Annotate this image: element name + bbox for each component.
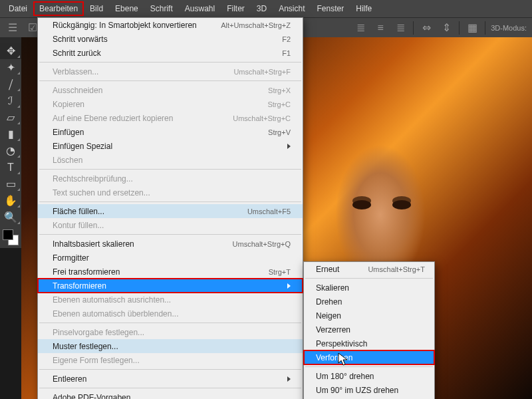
menu-item-filter[interactable]: Filter [221,1,251,16]
menu-item-3d[interactable]: 3D [251,1,273,16]
home-icon[interactable]: ☰ [5,21,20,35]
separator [413,21,414,35]
chevron-right-icon [287,376,291,382]
menu-item-bild[interactable]: Bild [84,1,109,16]
submenu-item-verzerren[interactable]: Verzerren [304,323,434,336]
gradient-tool[interactable]: ▮ [0,126,21,142]
menu-item-muster-festlegen[interactable]: Muster festlegen... [38,339,303,353]
grid-icon[interactable]: ▦ [465,21,479,35]
submenu-item-verformen[interactable]: Verformen [304,350,434,364]
menu-item-transformieren[interactable]: Transformieren [38,279,303,293]
menu-separator [39,234,301,235]
foreground-color-swatch[interactable] [3,229,13,240]
menu-item-label: Eigene Form festlegen... [53,356,291,365]
menu-item-rechtschreibpr-fung: Rechtschreibprüfung... [38,172,303,186]
menu-separator [39,62,301,63]
eyedropper-tool[interactable]: ⧸ [0,76,21,92]
menu-item-adobe-pdf-vorgaben[interactable]: Adobe PDF-Vorgaben... [38,390,303,399]
menu-item-shortcut: Strg+V [268,128,291,136]
menu-item-r-ckg-ngig-in-smartobjekt-konvertieren[interactable]: Rückgängig: In Smartobjekt konvertierenA… [38,18,303,32]
type-tool[interactable]: T [0,159,21,176]
submenu-item-skalieren[interactable]: Skalieren [304,281,434,295]
menu-item-bearbeiten[interactable]: Bearbeiten [33,1,84,16]
separator [459,21,460,35]
zoom-tool[interactable]: 🔍 [0,209,21,225]
menu-item-hilfe[interactable]: Hilfe [350,1,378,16]
hand-tool[interactable]: ✋ [0,192,21,209]
shape-tool[interactable]: ▭ [0,176,21,192]
submenu-item-drehen[interactable]: Drehen [304,295,434,309]
menu-item-schrift[interactable]: Schrift [144,1,179,16]
menu-item-datei[interactable]: Datei [3,1,33,16]
menu-item-einf-gen[interactable]: EinfügenStrg+V [38,125,303,139]
menu-separator [39,169,301,170]
menu-item-label: Schritt zurück [53,49,282,58]
menu-item-ebenen-automatisch-berblenden: Ebenen automatisch überblenden... [38,307,303,321]
menu-item-l-schen: Löschen [38,153,303,167]
brush-tool[interactable]: ℐ [0,92,21,109]
menu-item-inhaltsbasiert-skalieren[interactable]: Inhaltsbasiert skalierenUmschalt+Strg+Q [38,237,303,251]
color-swatches[interactable] [0,228,21,248]
submenu-item-label: Um 180° drehen [316,372,425,381]
menu-item-shortcut: Strg+T [269,268,291,276]
artwork-eye [352,200,371,209]
menu-item-schritt-zur-ck[interactable]: Schritt zurückF1 [38,46,303,60]
submenu-item-neigen[interactable]: Neigen [304,309,434,323]
menu-item-shortcut: F2 [282,35,291,43]
submenu-item-erneut[interactable]: ErneutUmschalt+Strg+T [304,262,434,276]
menu-item-einf-gen-spezial[interactable]: Einfügen Spezial [38,139,303,153]
submenu-item-label: Perspektivisch [316,339,425,348]
edit-menu-dropdown: Rückgängig: In Smartobjekt konvertierenA… [37,17,303,399]
menu-item-label: Kontur füllen... [53,221,291,230]
menu-separator [39,388,301,388]
align-center-icon[interactable]: ≡ [373,21,388,35]
eraser-tool-icon: ▱ [7,111,15,124]
menu-item-entleeren[interactable]: Entleeren [38,372,303,386]
menu-item-kontur-f-llen: Kontur füllen... [38,218,303,232]
magic-wand-tool-icon: ✦ [7,61,15,74]
menu-item-ebene[interactable]: Ebene [109,1,144,16]
menu-item-label: Frei transformieren [53,267,269,277]
submenu-item-label: Neigen [316,311,425,321]
menu-item-text-suchen-und-ersetzen: Text suchen und ersetzen... [38,186,303,200]
menu-item-label: Pinselvorgabe festlegen... [53,328,291,337]
menu-item-fenster[interactable]: Fenster [311,1,350,16]
move-tool[interactable]: ✥ [0,43,21,59]
distribute-v-icon[interactable]: ⇕ [439,21,454,35]
artwork-eye [392,200,411,209]
menu-item-label: Fläche füllen... [53,207,247,216]
magic-wand-tool[interactable]: ✦ [0,59,21,76]
menu-item-schritt-vorw-rts[interactable]: Schritt vorwärtsF2 [38,32,303,46]
menu-item-ansicht[interactable]: Ansicht [273,1,311,16]
menu-item-label: Formgitter [53,253,291,263]
zoom-tool-icon: 🔍 [4,211,17,223]
menu-item-auswahl[interactable]: Auswahl [179,1,221,16]
submenu-item-perspektivisch[interactable]: Perspektivisch [304,336,434,350]
menu-separator [39,80,301,81]
eraser-tool[interactable]: ▱ [0,109,21,126]
menu-item-shortcut: Umschalt+F5 [247,207,291,215]
menu-item-label: Rechtschreibprüfung... [53,174,291,184]
menu-item-eigene-form-festlegen: Eigene Form festlegen... [38,353,303,367]
menu-item-fl-che-f-llen[interactable]: Fläche füllen...Umschalt+F5 [38,204,303,218]
submenu-item-label: Skalieren [316,283,425,293]
document-tab-strip [0,37,21,43]
submenu-item-um-90-im-uzs-drehen[interactable]: Um 90° im UZS drehen [304,383,434,397]
menu-item-shortcut: Umschalt+Strg+Q [233,240,291,248]
align-right-icon[interactable]: ≣ [393,21,408,35]
submenu-item-shortcut: Umschalt+Strg+T [368,265,425,273]
menu-item-label: Text suchen und ersetzen... [53,188,291,198]
blur-tool[interactable]: ◔ [0,142,21,159]
menu-separator [39,323,301,323]
menu-item-ausschneiden: AusschneidenStrg+X [38,83,303,97]
menu-item-formgitter[interactable]: Formgitter [38,251,303,265]
separator [485,21,485,35]
menu-bar: DateiBearbeitenBildEbeneSchriftAuswahlFi… [0,0,532,17]
move-tool-icon: ✥ [7,45,15,57]
submenu-item-um-180-drehen[interactable]: Um 180° drehen [304,369,434,383]
menu-item-label: Verblassen... [53,67,233,76]
menu-separator [305,278,433,279]
distribute-h-icon[interactable]: ⇔ [419,21,434,35]
align-left-icon[interactable]: ≣ [353,21,368,35]
menu-item-frei-transformieren[interactable]: Frei transformierenStrg+T [38,265,303,279]
